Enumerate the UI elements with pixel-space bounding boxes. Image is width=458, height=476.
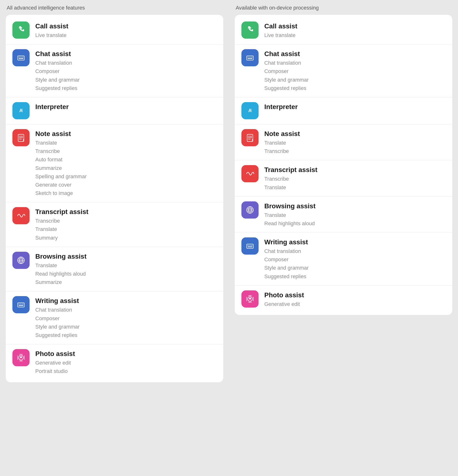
feature-content: Note assistTranslate Transcribe Auto for… (35, 129, 217, 197)
svg-rect-2 (20, 57, 21, 58)
feature-item[interactable]: Photo assistGenerative edit Portrait stu… (6, 344, 223, 380)
feature-item[interactable]: Transcript assistTranscribe Translate Su… (6, 202, 223, 247)
feature-title: Photo assist (264, 291, 446, 299)
svg-rect-13 (22, 304, 23, 305)
feature-content: Photo assistGenerative edit Portrait stu… (35, 349, 217, 375)
feature-title: Call assist (35, 22, 217, 30)
keyboard-icon (12, 49, 30, 66)
feature-title: Writing assist (35, 297, 217, 305)
note-icon (241, 129, 259, 146)
feature-title: Transcript assist (264, 166, 446, 174)
browse-icon (241, 201, 259, 219)
feature-content: Chat assistChat translation Composer Sty… (35, 49, 217, 92)
svg-rect-3 (22, 57, 23, 58)
feature-content: Photo assistGenerative edit (264, 290, 446, 308)
browse-icon (12, 252, 30, 269)
feature-subtitles: Translate Transcribe Auto format Summari… (35, 139, 217, 197)
interpreter-icon: A i (241, 102, 259, 119)
feature-content: Interpreter (35, 102, 217, 112)
feature-item[interactable]: Note assistTranslate Transcribe (235, 124, 452, 160)
feature-subtitles: Translate Read highlights aloud Summariz… (35, 261, 217, 287)
feature-title: Call assist (264, 22, 446, 30)
right-column: Available with on-device processing Call… (229, 0, 458, 476)
left-column: All advanced intelligence features Call … (0, 0, 229, 476)
note-icon (12, 129, 30, 146)
feature-content: Call assistLive translate (35, 21, 217, 39)
photo-icon (241, 290, 259, 307)
svg-rect-19 (251, 57, 252, 58)
feature-title: Chat assist (264, 50, 446, 58)
svg-rect-29 (251, 245, 252, 246)
feature-subtitles: Chat translation Composer Style and gram… (264, 247, 446, 280)
feature-title: Browsing assist (264, 202, 446, 210)
svg-rect-16 (247, 56, 253, 60)
feature-content: Writing assistChat translation Composer … (264, 238, 446, 280)
feature-subtitles: Transcribe Translate (264, 175, 446, 191)
feature-card: Call assistLive translate Chat assistCha… (235, 15, 452, 315)
feature-content: Interpreter (264, 102, 446, 112)
feature-title: Chat assist (35, 50, 217, 58)
feature-subtitles: Translate Transcribe (264, 139, 446, 155)
feature-subtitles: Chat translation Composer Style and gram… (35, 59, 217, 92)
phone-icon (12, 21, 30, 39)
feature-title: Transcript assist (35, 208, 217, 216)
svg-rect-30 (248, 246, 252, 247)
keyboard-icon (241, 49, 259, 66)
feature-subtitles: Chat translation Composer Style and gram… (35, 306, 217, 339)
feature-item[interactable]: Writing assistChat translation Composer … (6, 291, 223, 344)
feature-content: Browsing assistTranslate Read highlights… (35, 252, 217, 287)
feature-content: Call assistLive translate (264, 21, 446, 39)
feature-title: Writing assist (264, 238, 446, 246)
svg-text:i: i (22, 108, 23, 111)
svg-rect-11 (19, 304, 20, 305)
photo-icon (12, 349, 30, 366)
feature-item[interactable]: A i Interpreter (6, 97, 223, 124)
feature-item[interactable]: Call assistLive translate (235, 17, 452, 44)
feature-subtitles: Generative edit Portrait studio (35, 359, 217, 375)
feature-subtitles: Transcribe Translate Summary (35, 217, 217, 242)
feature-item[interactable]: Chat assistChat translation Composer Sty… (6, 44, 223, 97)
svg-rect-26 (247, 244, 253, 248)
feature-item[interactable]: Transcript assistTranscribe Translate (235, 160, 452, 196)
column-header: Available with on-device processing (235, 5, 452, 11)
feature-subtitles: Live translate (35, 31, 217, 39)
svg-rect-14 (19, 305, 23, 306)
feature-content: Chat assistChat translation Composer Sty… (264, 49, 446, 92)
feature-title: Interpreter (264, 103, 446, 111)
feature-item[interactable]: Photo assistGenerative edit (235, 286, 452, 313)
feature-card: Call assistLive translate Chat assistCha… (6, 15, 223, 382)
feature-title: Interpreter (35, 103, 217, 111)
feature-item[interactable]: Browsing assistTranslate Read highlights… (235, 197, 452, 233)
feature-subtitles: Chat translation Composer Style and gram… (264, 59, 446, 92)
svg-rect-1 (19, 57, 20, 58)
voice-icon (12, 207, 30, 224)
feature-content: Writing assistChat translation Composer … (35, 296, 217, 339)
svg-rect-28 (249, 245, 250, 246)
feature-content: Transcript assistTranscribe Translate (264, 165, 446, 191)
interpreter-icon: A i (12, 102, 30, 119)
column-header: All advanced intelligence features (6, 5, 223, 11)
feature-item[interactable]: Browsing assistTranslate Read highlights… (6, 247, 223, 292)
svg-rect-12 (20, 304, 21, 305)
feature-item[interactable]: Call assistLive translate (6, 17, 223, 44)
svg-rect-4 (19, 58, 23, 59)
svg-rect-0 (18, 56, 24, 60)
svg-rect-27 (248, 245, 249, 246)
feature-item[interactable]: Note assistTranslate Transcribe Auto for… (6, 124, 223, 202)
feature-item[interactable]: A i Interpreter (235, 97, 452, 124)
svg-rect-18 (249, 57, 250, 58)
feature-subtitles: Translate Read highlights aloud (264, 211, 446, 228)
feature-content: Transcript assistTranscribe Translate Su… (35, 207, 217, 242)
feature-item[interactable]: Chat assistChat translation Composer Sty… (235, 44, 452, 97)
feature-title: Note assist (35, 130, 217, 138)
voice-icon (241, 165, 259, 182)
feature-title: Browsing assist (35, 253, 217, 260)
svg-rect-10 (18, 303, 24, 307)
keyboard-icon (12, 296, 30, 313)
phone-icon (241, 21, 259, 39)
svg-text:i: i (251, 108, 252, 111)
feature-content: Note assistTranslate Transcribe (264, 129, 446, 155)
feature-item[interactable]: Writing assistChat translation Composer … (235, 233, 452, 286)
keyboard-icon (241, 238, 259, 255)
feature-content: Browsing assistTranslate Read highlights… (264, 201, 446, 228)
